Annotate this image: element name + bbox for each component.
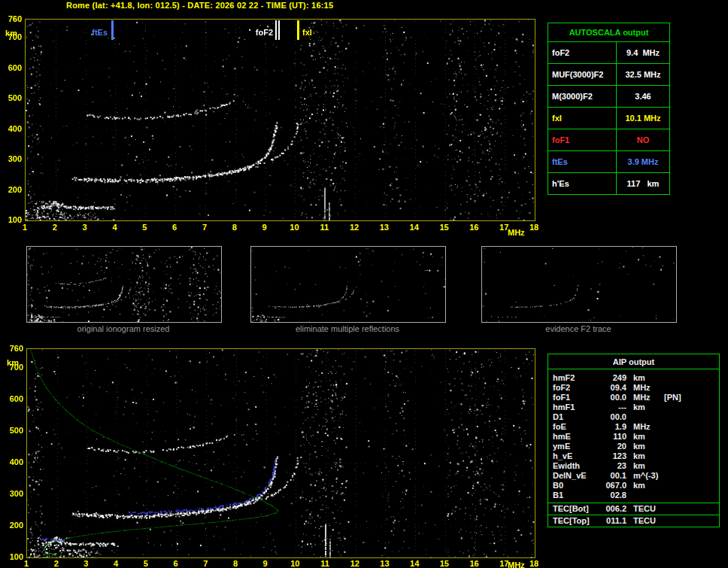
param-name: DelN_vE	[553, 471, 599, 481]
param-value: 123	[599, 451, 626, 461]
y-axis-unit: km	[0, 358, 19, 367]
aip-row: B102.8	[548, 491, 719, 500]
x-tick-label: 3	[76, 559, 96, 568]
thumb-original-ionogram-canvas	[26, 246, 222, 323]
x-tick-label: 8	[226, 559, 245, 568]
param-name: B1	[553, 491, 599, 500]
param-note	[664, 481, 714, 491]
aip-row: foF100.0MHz[PN]	[548, 393, 719, 402]
aip-row: DelN_vE00.1m^(-3)	[548, 471, 719, 481]
x-tick-label: 9	[255, 223, 275, 232]
param-name: MUF(3000)F2	[548, 64, 617, 86]
aip-row: foF209.4MHz	[548, 383, 719, 393]
aip-row: D100.0	[548, 412, 719, 422]
param-name: ymE	[553, 442, 599, 451]
profile-ionogram-canvas	[26, 348, 535, 558]
x-tick-label: 3	[75, 223, 95, 232]
x-tick-label: 12	[344, 223, 364, 232]
x-tick-label: 2	[45, 223, 65, 232]
param-note	[664, 491, 714, 500]
param-note	[664, 422, 714, 432]
x-tick-label: 18	[524, 559, 544, 568]
autoscala-row: foF29.4 MHz	[548, 42, 670, 64]
aip-tec-rows: TEC[Bot]006.2TECUTEC[Top]011.1TECU	[548, 503, 719, 527]
x-tick-label: 13	[375, 223, 394, 232]
param-value: 00.0	[599, 393, 626, 402]
param-unit	[626, 491, 664, 500]
thumb-evidence-f2-canvas	[481, 246, 677, 323]
y-tick-label: 500	[0, 426, 23, 435]
aip-row: B0067.0km	[548, 481, 719, 491]
x-tick-label: 4	[106, 559, 126, 568]
aip-row: hmF1---km	[548, 402, 719, 412]
param-value: 011.1	[599, 515, 626, 527]
param-value: 9.4 MHz	[617, 42, 670, 64]
x-tick-label: 6	[165, 223, 184, 232]
param-unit: TECU	[626, 503, 664, 515]
y-tick-label: 760	[0, 14, 22, 23]
autoscala-row: ftEs3.9 MHz	[548, 151, 670, 173]
x-tick-label: 5	[136, 559, 156, 568]
aip-output-panel: AIP output hmF2249kmfoF209.4MHzfoF100.0M…	[548, 354, 720, 527]
aip-row: h_vE123km	[548, 451, 719, 461]
autoscala-row: foF1NO	[548, 129, 670, 151]
param-unit: MHz	[626, 393, 664, 402]
param-name: D1	[553, 412, 599, 422]
param-name: ftEs	[548, 151, 617, 173]
param-value: 23	[599, 461, 626, 471]
x-tick-label: 12	[345, 559, 365, 568]
thumb-eliminate-multiples-canvas	[250, 246, 446, 323]
aip-title: AIP output	[548, 354, 719, 369]
autoscala-window: { "title": "Rome (lat: +41.8, lon: 012.5…	[0, 0, 728, 568]
x-tick-label: 8	[225, 223, 244, 232]
param-value: ---	[599, 402, 626, 412]
x-tick-label: 6	[166, 559, 186, 568]
y-axis-unit: km	[0, 29, 17, 38]
param-note	[664, 432, 714, 442]
autoscala-row: fxI10.1 MHz	[548, 108, 670, 129]
x-tick-label: 16	[464, 223, 484, 232]
autoscala-title: AUTOSCALA output	[548, 23, 670, 42]
thumb-caption-evidence-f2: evidence F2 trace	[481, 324, 675, 333]
param-value: 20	[599, 442, 626, 451]
y-tick-label: 300	[0, 154, 22, 163]
param-unit: km	[626, 432, 664, 442]
param-value: NO	[617, 129, 670, 151]
param-value: 09.4	[599, 383, 626, 393]
param-unit: km	[626, 442, 664, 451]
param-value: 006.2	[599, 503, 626, 515]
param-unit: km	[626, 461, 664, 471]
param-note	[664, 451, 714, 461]
autoscala-header-row: AUTOSCALA output	[548, 23, 670, 42]
param-name: foF1	[553, 393, 599, 402]
y-tick-label: 200	[0, 185, 22, 194]
param-value: 3.46	[617, 86, 670, 108]
x-tick-label: 11	[314, 223, 334, 232]
param-name: h_vE	[553, 451, 599, 461]
param-unit: km	[626, 402, 664, 412]
param-note	[664, 383, 714, 393]
x-tick-label: 14	[405, 223, 424, 232]
x-tick-label: 10	[285, 559, 305, 568]
param-name: foF1	[548, 129, 617, 151]
param-name: TEC[Bot]	[553, 503, 599, 515]
param-unit	[626, 412, 664, 422]
x-tick-label: 10	[284, 223, 304, 232]
x-tick-label: 1	[15, 223, 35, 232]
param-unit: m^(-3)	[626, 471, 664, 481]
param-unit: km	[626, 373, 664, 383]
station-title: Rome (lat: +41.8, lon: 012.5) - DATE: 20…	[66, 1, 333, 10]
x-axis-unit: MHz	[508, 228, 525, 237]
param-value: 00.0	[599, 412, 626, 422]
x-tick-label: 1	[17, 559, 36, 568]
autoscala-row: MUF(3000)F232.5 MHz	[548, 64, 670, 86]
aip-tec-row: TEC[Bot]006.2TECU	[548, 503, 719, 515]
y-tick-label: 400	[0, 457, 23, 466]
autoscala-output-table: AUTOSCALA outputfoF29.4 MHzMUF(3000)F232…	[548, 23, 670, 195]
x-tick-label: 7	[195, 223, 214, 232]
param-name: M(3000)F2	[548, 86, 617, 108]
param-value: 117 km	[617, 173, 670, 195]
param-value: 02.8	[599, 491, 626, 500]
autoscala-row: M(3000)F23.46	[548, 86, 670, 108]
param-value: 1.9	[599, 422, 626, 432]
